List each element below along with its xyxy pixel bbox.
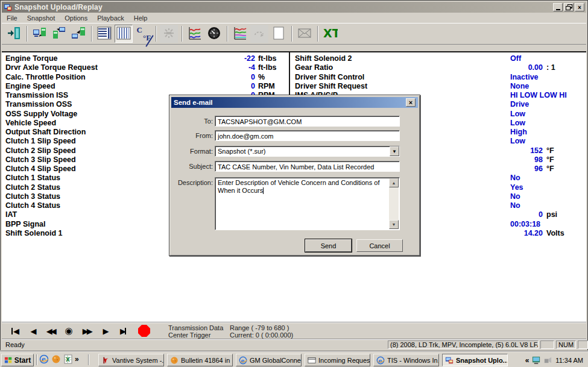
parameter-unit: psi <box>546 210 557 219</box>
status-vehicle: (8) 2008, LD Trk, MPV, Incomplete, (5) 6… <box>388 340 539 349</box>
parameter-value: 14.20 <box>476 229 543 238</box>
rewind-button[interactable]: ◀◀ <box>43 325 58 337</box>
to-field[interactable] <box>215 116 400 127</box>
parameter-name: Clutch 1 Slip Speed <box>5 137 76 146</box>
menu-snapshot[interactable]: Snapshot <box>22 14 60 22</box>
exit-button[interactable] <box>5 25 23 43</box>
status-bar: Ready (8) 2008, LD Trk, MPV, Incomplete,… <box>2 339 586 350</box>
parameter-value: 0 <box>476 210 543 219</box>
menu-help[interactable]: Help <box>129 14 153 22</box>
taskbar-task-incoming-reques[interactable]: Incoming Reques... <box>305 354 370 366</box>
quicklaunch-ball[interactable] <box>51 354 62 365</box>
parameter-row: Calc. Throttle Position0% <box>5 73 289 82</box>
taskbar-task-gm-globalconnec[interactable]: eGM GlobalConnec... <box>236 354 302 366</box>
email-button[interactable] <box>296 25 314 43</box>
tools-button[interactable]: XT <box>321 25 340 43</box>
parameter-name: Clutch 3 Slip Speed <box>5 155 76 165</box>
subject-label: Subject: <box>171 163 213 170</box>
restore-button[interactable] <box>564 3 574 11</box>
cancel-button[interactable]: Cancel <box>356 239 403 252</box>
parameter-name: Vehicle Speed <box>5 119 56 128</box>
play-button[interactable]: ▶ <box>97 325 113 337</box>
window-icon <box>308 356 316 365</box>
menu-options[interactable]: Options <box>60 14 92 22</box>
close-button[interactable]: × <box>575 3 584 11</box>
app-icon <box>445 356 454 365</box>
parameter-name: Driver Shift Control <box>295 73 364 82</box>
menu-bar: FileSnapshotOptionsPlaybackHelp <box>2 13 586 22</box>
taskbar-separator <box>36 354 37 365</box>
send-email-dialog: Send e-mail × To: From: Format: Snapshot… <box>169 95 420 256</box>
scroll-down-icon[interactable]: ▼ <box>389 220 399 229</box>
send-button[interactable]: Send <box>305 239 352 252</box>
parameter-row: Driver Shift ControlInactive <box>295 73 588 82</box>
toolbar: °FCXT <box>2 23 586 45</box>
display-icon[interactable] <box>532 356 541 365</box>
record-trigger-button[interactable]: ◉ <box>61 325 77 337</box>
parameter-value: No <box>510 201 588 210</box>
skip-to-end-button[interactable]: ▶ <box>115 325 131 337</box>
spreadsheet-icon: X <box>63 354 73 365</box>
record-icon: ◉ <box>65 325 72 336</box>
description-field[interactable]: Enter Description of Vehicle Concern and… <box>215 177 400 230</box>
parameter-name: Engine Torque <box>5 54 58 63</box>
taskbar-task-vantive-system[interactable]: Vantive System -... <box>98 354 164 366</box>
quicklaunch-chevron[interactable]: » <box>75 355 79 363</box>
description-scrollbar[interactable]: ▲ ▼ <box>389 178 399 229</box>
minimize-button[interactable] <box>553 3 563 11</box>
download-snapshot-button[interactable] <box>69 25 87 43</box>
skip-to-start-button[interactable]: ◀ <box>7 325 22 337</box>
parameter-name: Drvr Axle Torque Request <box>5 63 98 72</box>
start-button[interactable]: Start <box>1 354 34 366</box>
new-page-button[interactable] <box>270 25 288 43</box>
quicklaunch-spreadsheet[interactable]: X <box>63 354 74 365</box>
parameter-unit: ft-lbs <box>258 63 277 72</box>
quicklaunch-ie[interactable]: e <box>39 354 49 365</box>
taskbar-task-snapshot-uplo[interactable]: Snapshot Uplo... <box>442 354 508 366</box>
taskbar-clock: 11:34 AM <box>555 357 583 364</box>
task-label: Snapshot Uplo... <box>456 357 508 364</box>
column-view-button[interactable] <box>115 25 133 43</box>
parameter-value: No <box>510 192 588 201</box>
playback-bar: Transmission Data Center Trigger Range (… <box>2 322 586 339</box>
parameter-value: 0.00 <box>476 63 543 72</box>
fast-forward-button[interactable]: ▶▶ <box>79 325 95 337</box>
format-value: Snapshot (*.sur) <box>215 146 390 156</box>
parameter-unit: °F <box>546 165 554 174</box>
taskbar-task-bulletin-41864-in[interactable]: Bulletin 41864 in ... <box>167 354 233 366</box>
chevron-down-icon[interactable]: ▼ <box>390 146 399 156</box>
parameter-row: Gear Ratio0.00: 1 <box>295 63 588 72</box>
parameter-name: Calc. Throttle Position <box>5 73 86 82</box>
parameter-unit: °F <box>546 155 554 165</box>
dialog-close-icon[interactable]: × <box>406 98 416 107</box>
from-field[interactable] <box>215 130 400 141</box>
subject-field[interactable] <box>215 161 400 172</box>
dialog-title: Send e-mail <box>174 99 406 106</box>
windows-logo-icon <box>4 356 13 365</box>
step-back-icon: ◀ <box>31 328 35 334</box>
ie-icon: e <box>239 356 247 365</box>
app-icon <box>4 3 12 11</box>
device-transfer-button[interactable] <box>50 25 68 43</box>
step-back-button[interactable]: ◀ <box>25 325 40 337</box>
status-blank-1 <box>540 340 554 349</box>
gauge-view-button[interactable] <box>205 25 223 43</box>
data-list-view-button[interactable] <box>95 25 113 43</box>
format-dropdown[interactable]: Snapshot (*.sur) ▼ <box>215 146 400 157</box>
temp-units-button[interactable]: °FC <box>134 25 152 43</box>
graph-view-button[interactable] <box>186 25 204 43</box>
scroll-up-icon[interactable]: ▲ <box>389 178 399 187</box>
upload-snapshot-button[interactable] <box>31 25 49 43</box>
parameter-value: Inactive <box>510 73 588 82</box>
parameter-value: No <box>510 174 588 183</box>
stop-button[interactable] <box>138 325 150 337</box>
taskbar-task-tis-windows-in[interactable]: eTIS - Windows In... <box>373 354 439 366</box>
plot-button[interactable] <box>231 25 249 43</box>
parameter-row: Shift Solenoid 2Off <box>295 54 588 63</box>
tray-chevron[interactable]: « <box>525 356 530 365</box>
parameter-value: Low <box>510 119 588 128</box>
svg-text:e: e <box>241 357 245 363</box>
menu-playback[interactable]: Playback <box>92 14 129 22</box>
menu-file[interactable]: File <box>2 14 22 22</box>
gray-device-icon[interactable] <box>543 356 552 365</box>
